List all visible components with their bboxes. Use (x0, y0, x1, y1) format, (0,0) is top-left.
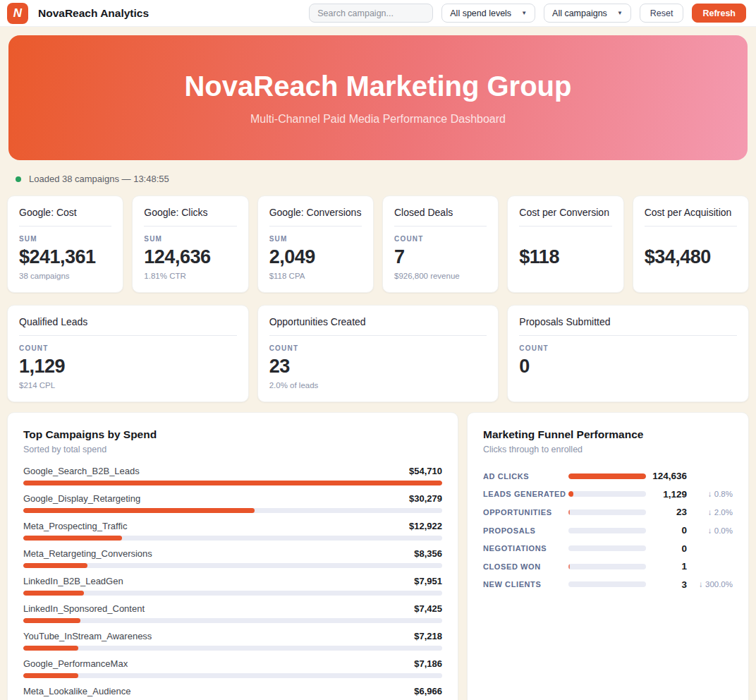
campaign-line: Google_Search_B2B_Leads $54,710 (23, 466, 442, 476)
app-logo-icon: N (7, 3, 28, 24)
funnel-stage-row: NEGOTIATIONS 0 (483, 539, 733, 557)
campaign-bar-fill (23, 481, 442, 485)
funnel-stage-value: 23 (646, 507, 687, 517)
campaign-line: LinkedIn_Sponsored_Content $7,425 (23, 603, 442, 614)
funnel-stage-value: 1,129 (646, 489, 687, 500)
kpi-card-value: $118 (519, 246, 611, 268)
campaign-list: Google_Search_B2B_Leads $54,710 Google_D… (23, 466, 442, 700)
campaign-name: Meta_Prospecting_Traffic (23, 521, 127, 531)
campaign-line: Meta_Prospecting_Traffic $12,922 (23, 521, 442, 531)
funnel-stage-row: AD CLICKS 124,636 (483, 467, 733, 485)
campaign-bar-fill (23, 618, 80, 623)
campaign-spend-value: $7,186 (414, 658, 442, 669)
funnel-stage-label: NEGOTIATIONS (483, 544, 568, 553)
funnel-stage-row: NEW CLIENTS 3 ↓ 300.0% (483, 576, 733, 594)
campaign-name: Google_Display_Retargeting (23, 493, 140, 504)
campaign-name: YouTube_InStream_Awareness (23, 631, 152, 641)
kpi-card-note: 38 campaigns (19, 272, 111, 282)
kpi-card-value: 124,636 (144, 246, 236, 268)
funnel-bar-fill (568, 473, 646, 479)
funnel-bar-track (568, 509, 646, 515)
campaign-row: Meta_Lookalike_Audience $6,966 (23, 686, 442, 700)
kpi-card-value: 1,129 (19, 356, 237, 378)
kpi-card-note (519, 381, 737, 391)
kpi-card-note: $214 CPL (19, 381, 237, 391)
campaign-bar-track (23, 508, 442, 513)
marketing-funnel-panel: Marketing Funnel Performance Clicks thro… (467, 412, 749, 700)
hero-banner: NovaReach Marketing Group Multi-Channel … (8, 35, 748, 160)
spend-level-filter-value: All spend levels (450, 8, 511, 18)
campaign-line: YouTube_InStream_Awareness $7,218 (23, 631, 442, 641)
campaign-bar-track (23, 563, 442, 568)
campaign-bar-fill (23, 536, 122, 541)
divider (144, 226, 236, 227)
campaign-filter-value: All campaigns (552, 8, 607, 18)
campaign-line: Google_Display_Retargeting $30,279 (23, 493, 442, 504)
funnel-bar-track (568, 473, 646, 479)
funnel-stage-delta: ↓ 0.0% (687, 526, 733, 535)
campaign-bar-track (23, 618, 442, 623)
hero-title: NovaReach Marketing Group (184, 71, 571, 102)
divider (394, 226, 487, 227)
panel-title: Marketing Funnel Performance (483, 428, 733, 441)
campaign-row: YouTube_InStream_Awareness $7,218 (23, 631, 442, 651)
reset-button[interactable]: Reset (640, 4, 684, 23)
kpi-card-cost-per-acquisition: Cost per Acquisition $34,480 (633, 195, 749, 293)
divider (519, 226, 611, 227)
kpi-card-title: Google: Clicks (144, 207, 236, 218)
funnel-stage-value: 0 (646, 543, 687, 554)
refresh-button[interactable]: Refresh (692, 4, 746, 23)
campaign-row: LinkedIn_Sponsored_Content $7,425 (23, 603, 442, 623)
funnel-bar-fill (568, 509, 570, 515)
app-title: NovaReach Analytics (38, 7, 149, 20)
funnel-stage-label: CLOSED WON (483, 562, 568, 571)
funnel-stage-value: 124,636 (646, 471, 687, 481)
logo-letter: N (13, 6, 22, 20)
campaign-bar-track (23, 481, 442, 485)
kpi-card-note: $118 CPA (269, 272, 362, 282)
funnel-bar-track (568, 491, 646, 497)
spend-level-filter[interactable]: All spend levels ▼ (441, 4, 535, 23)
funnel-list: AD CLICKS 124,636 LEADS GENERATED 1,129 … (483, 467, 733, 593)
search-input[interactable] (309, 4, 433, 23)
kpi-card-title: Google: Cost (19, 207, 111, 218)
campaign-line: LinkedIn_B2B_LeadGen $7,951 (23, 576, 442, 586)
kpi-card-google-clicks: Google: Clicks SUM 124,636 1.81% CTR (132, 195, 248, 293)
kpi-row-1: Google: Cost SUM $241,361 38 campaigns G… (0, 192, 756, 293)
campaign-line: Meta_Retargeting_Conversions $8,356 (23, 548, 442, 559)
campaign-row: LinkedIn_B2B_LeadGen $7,951 (23, 576, 442, 596)
funnel-stage-value: 3 (646, 579, 687, 590)
hero-subtitle: Multi-Channel Paid Media Performance Das… (250, 113, 506, 126)
funnel-stage-delta: ↓ 300.0% (687, 580, 733, 589)
kpi-card-google-conversions: Google: Conversions SUM 2,049 $118 CPA (257, 195, 374, 293)
kpi-card-note (519, 272, 611, 282)
funnel-stage-label: LEADS GENERATED (483, 490, 568, 498)
campaign-name: Google_Search_B2B_Leads (23, 466, 140, 476)
kpi-card-opportunities-created: Opportunities Created COUNT 23 2.0% of l… (257, 305, 499, 402)
campaign-bar-fill (23, 646, 78, 651)
kpi-card-google-cost: Google: Cost SUM $241,361 38 campaigns (7, 195, 123, 293)
kpi-card-qualified-leads: Qualified Leads COUNT 1,129 $214 CPL (7, 305, 249, 402)
kpi-card-closed-deals: Closed Deals COUNT 7 $926,800 revenue (382, 195, 499, 293)
campaign-bar-track (23, 591, 442, 596)
kpi-card-note (645, 272, 737, 282)
campaign-name: Meta_Lookalike_Audience (23, 686, 131, 696)
funnel-bar-fill (568, 491, 573, 497)
campaign-spend-value: $7,951 (414, 576, 442, 586)
campaign-filter[interactable]: All campaigns ▼ (544, 4, 631, 23)
campaign-row: Google_Display_Retargeting $30,279 (23, 493, 442, 513)
campaign-spend-value: $7,218 (414, 631, 442, 641)
campaign-bar-fill (23, 591, 84, 596)
status-text: Loaded 38 campaigns — 13:48:55 (29, 174, 169, 184)
funnel-bar-track (568, 528, 646, 533)
funnel-stage-row: LEADS GENERATED 1,129 ↓ 0.8% (483, 485, 733, 504)
campaign-bar-track (23, 646, 442, 651)
top-campaigns-panel: Top Campaigns by Spend Sorted by total s… (7, 412, 458, 700)
campaign-row: Meta_Retargeting_Conversions $8,356 (23, 548, 442, 568)
campaign-line: Meta_Lookalike_Audience $6,966 (23, 686, 442, 696)
campaign-line: Google_PerformanceMax $7,186 (23, 658, 442, 669)
kpi-card-cost-per-conversion: Cost per Conversion $118 (507, 195, 623, 293)
status-dot-icon (16, 176, 21, 182)
divider (269, 226, 362, 227)
chevron-down-icon: ▼ (617, 11, 623, 16)
